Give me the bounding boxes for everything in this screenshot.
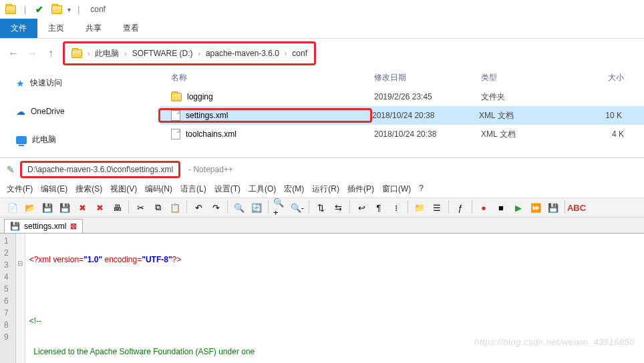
tab-label: settings.xml: [24, 222, 66, 231]
ribbon-tab-view[interactable]: 查看: [112, 19, 150, 38]
menu-macro[interactable]: 宏(M): [284, 184, 304, 195]
breadcrumb-seg[interactable]: apache-maven-3.6.0: [206, 49, 279, 58]
toolbar-separator: [227, 200, 228, 214]
breadcrumb-seg[interactable]: 此电脑: [95, 48, 119, 59]
record-macro-icon[interactable]: ●: [476, 200, 491, 215]
folder-docs-icon[interactable]: 📁: [412, 200, 427, 215]
file-date: 2018/10/24 20:38: [372, 111, 479, 120]
allchars-icon[interactable]: ¶: [371, 200, 386, 215]
window-title: conf: [90, 5, 106, 14]
file-type: 文件夹: [481, 91, 575, 103]
menu-run[interactable]: 运行(R): [312, 184, 339, 195]
menu-file[interactable]: 文件(F): [7, 184, 33, 195]
menu-view[interactable]: 视图(V): [110, 184, 137, 195]
menu-window[interactable]: 窗口(W): [382, 184, 411, 195]
menu-tools[interactable]: 工具(O): [249, 184, 276, 195]
toolbar-separator: [349, 200, 350, 214]
header-date[interactable]: 修改日期: [374, 72, 481, 83]
indent-guide-icon[interactable]: ⫶: [389, 200, 404, 215]
redo-icon[interactable]: ↷: [208, 200, 223, 215]
find-icon[interactable]: 🔍: [232, 200, 247, 215]
breadcrumb-seg[interactable]: conf: [292, 49, 307, 58]
close-tab-icon[interactable]: ⊠: [70, 222, 77, 231]
header-size[interactable]: 大小: [575, 72, 635, 83]
toolbar-separator: [268, 200, 269, 214]
wordwrap-icon[interactable]: ↩: [354, 200, 369, 215]
play-multi-icon[interactable]: ⏩: [528, 200, 543, 215]
file-date: 2018/10/24 20:38: [374, 129, 481, 139]
replace-icon[interactable]: 🔄: [249, 200, 264, 215]
zoom-in-icon[interactable]: 🔍+: [273, 200, 287, 215]
function-list-icon[interactable]: ƒ: [453, 200, 468, 215]
copy-icon[interactable]: ⧉: [150, 200, 165, 215]
new-file-icon[interactable]: 📄: [5, 200, 20, 215]
sidebar-item-onedrive[interactable]: ☁ OneDrive: [13, 102, 160, 121]
undo-icon[interactable]: ↶: [191, 200, 206, 215]
up-button[interactable]: ↑: [44, 47, 57, 59]
sync-h-icon[interactable]: ⇆: [331, 200, 345, 215]
save-macro-icon[interactable]: 💾: [546, 200, 560, 215]
ribbon-tab-file[interactable]: 文件: [0, 19, 37, 38]
forward-button[interactable]: →: [25, 47, 39, 59]
folder-icon: [4, 3, 17, 16]
sidebar-item-quick-access[interactable]: ★ 快速访问: [13, 73, 160, 93]
file-row[interactable]: toolchains.xml 2018/10/24 20:38 XML 文档 4…: [160, 125, 644, 143]
save-icon[interactable]: 💾: [40, 200, 55, 215]
toolbar-separator: [186, 200, 187, 214]
save-all-icon[interactable]: 💾: [57, 200, 72, 215]
zoom-out-icon[interactable]: 🔍-: [290, 200, 305, 215]
toolbar-separator: [309, 200, 309, 214]
file-list: 名称 修改日期 类型 大小 logging 2019/2/26 23:45 文件…: [160, 68, 644, 155]
breadcrumb-seg[interactable]: SOFTWARE (D:): [132, 49, 193, 58]
chevron-right-icon: ›: [198, 50, 200, 57]
pc-icon: [16, 136, 27, 144]
header-type[interactable]: 类型: [481, 72, 575, 83]
spellcheck-icon[interactable]: ABC: [569, 200, 584, 215]
file-name: logging: [187, 92, 213, 101]
stop-macro-icon[interactable]: ■: [494, 200, 508, 215]
menu-settings[interactable]: 设置(T): [214, 184, 240, 195]
open-file-icon[interactable]: 📂: [23, 200, 37, 215]
menu-encoding[interactable]: 编码(N): [145, 184, 172, 195]
file-row[interactable]: logging 2019/2/26 23:45 文件夹: [160, 87, 644, 106]
file-icon: [171, 129, 180, 139]
folder-icon: [71, 49, 82, 58]
menu-language[interactable]: 语言(L): [180, 184, 206, 195]
fold-column[interactable]: ⊟: [16, 234, 25, 363]
code-content[interactable]: <?xml version="1.0" encoding="UTF-8"?> <…: [25, 234, 259, 363]
explorer-body: ★ 快速访问 ☁ OneDrive 此电脑 名称 修改日期 类型 大小: [0, 68, 644, 155]
menu-search[interactable]: 搜索(S): [75, 184, 102, 195]
file-path: D:\apache-maven-3.6.0\conf\settings.xml: [20, 161, 180, 178]
back-button[interactable]: ←: [7, 47, 20, 59]
file-type: XML 文档: [481, 129, 575, 140]
sidebar-item-label: 快速访问: [30, 77, 62, 89]
print-icon[interactable]: 🖶: [110, 200, 124, 215]
ribbon-tab-home[interactable]: 主页: [37, 19, 75, 38]
sidebar-item-label: OneDrive: [31, 107, 65, 116]
play-macro-icon[interactable]: ▶: [511, 200, 526, 215]
star-icon: ★: [16, 78, 25, 89]
cut-icon[interactable]: ✂: [133, 200, 148, 215]
dropdown-caret-icon[interactable]: ▾: [67, 6, 71, 13]
paste-icon[interactable]: 📋: [168, 200, 182, 215]
ribbon-tab-share[interactable]: 共享: [75, 19, 112, 38]
file-name: toolchains.xml: [186, 129, 236, 139]
close-icon[interactable]: ✖: [75, 200, 90, 215]
close-all-icon[interactable]: ✖: [92, 200, 107, 215]
file-row-selected[interactable]: settings.xml 2018/10/24 20:38 XML 文档 10 …: [160, 106, 644, 125]
file-size: 10 K: [573, 111, 633, 120]
breadcrumb[interactable]: › 此电脑 › SOFTWARE (D:) › apache-maven-3.6…: [63, 41, 316, 65]
code-editor[interactable]: 123456789 ⊟ <?xml version="1.0" encoding…: [0, 234, 644, 363]
folder-icon: [171, 93, 182, 101]
editor-tab-active[interactable]: 💾 settings.xml ⊠: [4, 219, 83, 233]
menu-plugins[interactable]: 插件(P): [347, 184, 374, 195]
sidebar-item-label: 此电脑: [32, 134, 56, 145]
sidebar-item-this-pc[interactable]: 此电脑: [13, 130, 160, 149]
doc-list-icon[interactable]: ☰: [430, 200, 444, 215]
file-date: 2019/2/26 23:45: [374, 92, 481, 101]
menu-help[interactable]: ?: [419, 184, 424, 195]
menu-edit[interactable]: 编辑(E): [41, 184, 67, 195]
header-name[interactable]: 名称: [160, 72, 374, 83]
sync-v-icon[interactable]: ⇅: [313, 200, 328, 215]
navigation-pane: ★ 快速访问 ☁ OneDrive 此电脑: [0, 68, 160, 155]
